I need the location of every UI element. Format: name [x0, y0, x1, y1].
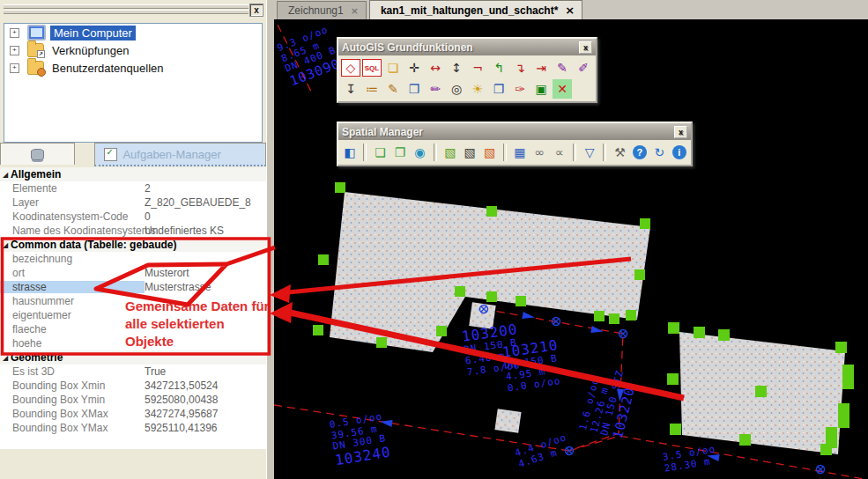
property-value[interactable]: Musterort — [145, 267, 189, 279]
remove-layer-icon[interactable]: ▧ — [461, 143, 479, 162]
export-report-icon[interactable]: ↧ — [341, 79, 360, 99]
property-section-header[interactable]: ◢Geometrie — [0, 350, 266, 365]
help-icon[interactable]: ? — [631, 143, 649, 162]
sql-query-icon[interactable]: SQL — [362, 59, 382, 77]
property-value[interactable]: 2 — [145, 182, 151, 195]
toolbar-icon-row: ↧≔✎❐✏◎☀❐✑▣✕ — [340, 78, 594, 99]
annotation-note-line1: Gemeinsame Daten für — [125, 298, 275, 315]
panel-close-button[interactable]: x — [249, 4, 263, 17]
property-section-header[interactable]: ◢Allgemein — [0, 167, 266, 181]
open-drawing-icon[interactable]: ❏ — [383, 58, 403, 77]
property-row[interactable]: Elemente2 — [0, 181, 266, 195]
tab-task-manager[interactable]: Aufgaben-Manager — [94, 143, 266, 166]
copy-segment-icon[interactable]: ⇥ — [531, 58, 551, 77]
property-row[interactable]: Bounding Box Xmin3427213,50524 — [0, 379, 266, 393]
tab-datasources[interactable] — [0, 143, 75, 165]
property-row[interactable]: Es ist 3DTrue — [0, 365, 266, 379]
info-icon[interactable]: i — [671, 143, 688, 162]
new-layer-icon[interactable]: ▧ — [480, 143, 498, 162]
property-row[interactable]: Bounding Box XMax3427274,95687 — [0, 407, 266, 421]
search-point-icon[interactable]: ◎ — [447, 79, 466, 99]
tree-item[interactable]: +Benutzerdatenquellen — [4, 59, 262, 77]
collapse-icon[interactable]: ◢ — [0, 171, 11, 179]
drawing-tab-bar: Zeichnung1×kan1_mit_haltungen_und_schach… — [274, 0, 868, 20]
expander-icon[interactable]: + — [10, 28, 19, 38]
property-value[interactable]: 3427274,95687 — [145, 408, 218, 420]
tree-item[interactable]: +↗Verknüpfungen — [4, 41, 262, 59]
property-row[interactable]: Bounding Box Ymin5925080,00438 — [0, 393, 266, 407]
property-value[interactable]: 3427213,50524 — [145, 380, 218, 392]
panel-grabber[interactable]: x — [0, 0, 266, 21]
label-list-icon[interactable]: ≔ — [362, 79, 382, 99]
property-value[interactable]: True — [145, 365, 166, 378]
select-boundary-icon[interactable]: ◇ — [341, 59, 360, 77]
property-value[interactable]: 0 — [145, 210, 151, 223]
paint-objects-icon[interactable]: ✑ — [510, 79, 530, 99]
property-value[interactable]: 5925110,41396 — [145, 422, 218, 434]
property-row[interactable]: ortMusterort — [0, 266, 266, 280]
expander-icon[interactable]: + — [10, 46, 19, 55]
toolbar-spatial-manager[interactable]: Spatial Managerx◧❏❐◉▧▧▧▦∞∝▽⚒?↻i — [337, 122, 693, 166]
property-section-header[interactable]: ◢Common data (Tabelle: gebaude) — [0, 238, 266, 252]
property-value[interactable]: Undefiniertes KS — [145, 225, 224, 237]
collapse-icon[interactable]: ◢ — [0, 354, 11, 362]
label-copy-icon[interactable]: ❐ — [404, 79, 424, 99]
refresh-icon[interactable]: ↻ — [650, 143, 668, 162]
stretch-vertical-icon[interactable]: ↕ — [447, 58, 466, 77]
tools-icon[interactable]: ⚒ — [611, 143, 628, 162]
property-value[interactable]: 5925080,00438 — [145, 394, 218, 406]
toolbar-title: AutoGIS Grundfunktionen — [342, 41, 473, 54]
toolbar-close-button[interactable]: x — [579, 41, 592, 54]
property-label: hoehe — [0, 337, 145, 350]
property-row[interactable]: Name des KoodinatensystemsUndefiniertes … — [0, 224, 266, 238]
property-row[interactable]: bezeichnung — [0, 252, 266, 266]
edit-polyline-icon[interactable]: ✐ — [574, 58, 593, 77]
import-file-icon[interactable]: ❏ — [371, 143, 389, 162]
move-vertices-icon[interactable]: ✛ — [404, 58, 424, 77]
property-value[interactable]: Z_820_GEBAUEDE_8 — [145, 196, 251, 209]
web-map-icon[interactable]: ◉ — [411, 143, 428, 162]
toolbar-title-bar[interactable]: Spatial Managerx — [338, 123, 691, 140]
property-row[interactable]: Bounding Box YMax5925110,41396 — [0, 421, 266, 435]
property-row[interactable]: Koodinatensystem-Code0 — [0, 210, 266, 224]
copy-objects-icon[interactable]: ❐ — [489, 79, 508, 99]
property-label: Bounding Box Ymin — [0, 394, 145, 406]
drawing-tab[interactable]: kan1_mit_haltungen_und_schacht*× — [369, 0, 582, 19]
label-style-icon[interactable]: ✏ — [426, 79, 445, 99]
move-segment-icon[interactable]: ↴ — [510, 58, 530, 77]
stretch-horizontal-icon[interactable]: ↔ — [426, 58, 445, 77]
property-value[interactable]: Musterstrasse — [145, 281, 211, 293]
drawing-tab[interactable]: Zeichnung1× — [277, 1, 367, 19]
toolbar-separator — [434, 144, 437, 161]
filter-icon[interactable]: ▽ — [581, 143, 598, 162]
property-label: Bounding Box Xmin — [0, 380, 145, 392]
property-label: ort — [0, 267, 145, 279]
expander-icon[interactable]: + — [10, 63, 19, 73]
highlight-lamp-icon[interactable]: ☀ — [468, 79, 487, 99]
add-layer-icon[interactable]: ▧ — [441, 143, 459, 162]
break-line-icon[interactable]: ¬ — [468, 58, 487, 77]
spatial-panel-icon[interactable]: ◧ — [341, 143, 359, 162]
link-data-icon[interactable]: ∞ — [530, 143, 548, 162]
tab-close-icon[interactable]: × — [351, 5, 359, 17]
label-edit-icon[interactable]: ✎ — [383, 79, 403, 99]
property-row[interactable]: strasseMusterstrasse — [0, 280, 266, 294]
export-file-icon[interactable]: ❐ — [391, 143, 409, 162]
save-objects-icon[interactable]: ▣ — [531, 79, 551, 99]
toolbar-title-bar[interactable]: AutoGIS Grundfunktionenx — [338, 39, 596, 55]
computer-icon — [27, 25, 46, 41]
edit-table-icon[interactable]: ▦ — [511, 143, 529, 162]
toolbar-close-button[interactable]: x — [674, 126, 687, 138]
folder-user-icon — [27, 61, 44, 75]
tree-item[interactable]: +Mein Computer — [4, 24, 262, 41]
property-section-title: Common data (Tabelle: gebaude) — [11, 239, 176, 251]
toolbar-autogis-grundfunktionen[interactable]: AutoGIS Grundfunktionenx◇SQL❏✛↔↕¬↰↴⇥✎✐↧≔… — [337, 37, 597, 103]
discard-objects-icon[interactable]: ✕ — [553, 79, 572, 99]
raise-segment-icon[interactable]: ↰ — [489, 58, 508, 77]
cad-canvas[interactable]: 9.3 o/oo8.65 mDN 400 B103090103200DN 150… — [274, 19, 868, 479]
tab-close-icon[interactable]: × — [565, 4, 575, 17]
collapse-icon[interactable]: ◢ — [0, 241, 11, 249]
property-row[interactable]: LayerZ_820_GEBAUEDE_8 — [0, 195, 266, 210]
unlink-data-icon[interactable]: ∝ — [551, 143, 568, 162]
edit-line-icon[interactable]: ✎ — [553, 58, 572, 77]
